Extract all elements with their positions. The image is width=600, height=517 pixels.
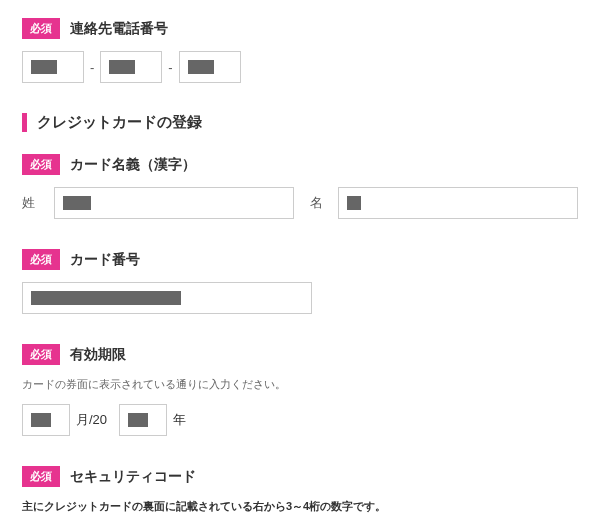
security-helper: 主にクレジットカードの裏面に記載されている右から3～4桁の数字です。	[22, 499, 578, 514]
expiry-year-mask	[128, 413, 148, 427]
security-header: 必須 セキュリティコード	[22, 466, 578, 487]
phone-dash-1: -	[90, 60, 94, 75]
expiry-year-wrap[interactable]	[119, 404, 167, 436]
sei-mask	[63, 196, 91, 210]
phone-input-3-wrap[interactable]	[179, 51, 241, 83]
phone-input-1-wrap[interactable]	[22, 51, 84, 83]
sei-label: 姓	[22, 194, 42, 212]
mei-mask	[347, 196, 361, 210]
phone-input-2-wrap[interactable]	[100, 51, 162, 83]
phone-input-row: - -	[22, 51, 578, 83]
security-label: セキュリティコード	[70, 468, 196, 486]
phone-mask-3	[188, 60, 214, 74]
expiry-label: 有効期限	[70, 346, 126, 364]
sei-input-wrap[interactable]	[54, 187, 294, 219]
card-name-header: 必須 カード名義（漢字）	[22, 154, 578, 175]
expiry-month-mask	[31, 413, 51, 427]
mei-label: 名	[306, 194, 326, 212]
expiry-month-wrap[interactable]	[22, 404, 70, 436]
expiry-input-row: 月/20 年	[22, 404, 578, 436]
card-number-header: 必須 カード番号	[22, 249, 578, 270]
expiry-header: 必須 有効期限	[22, 344, 578, 365]
card-number-label: カード番号	[70, 251, 140, 269]
required-badge: 必須	[22, 154, 60, 175]
phone-label: 連絡先電話番号	[70, 20, 168, 38]
expiry-year-unit: 年	[173, 411, 186, 429]
required-badge: 必須	[22, 466, 60, 487]
phone-mask-2	[109, 60, 135, 74]
expiry-helper: カードの券面に表示されている通りに入力ください。	[22, 377, 578, 392]
required-badge: 必須	[22, 18, 60, 39]
phone-dash-2: -	[168, 60, 172, 75]
card-name-input-row: 姓 名	[22, 187, 578, 219]
expiry-month-unit: 月/20	[76, 411, 107, 429]
section-title: クレジットカードの登録	[37, 113, 202, 130]
phone-mask-1	[31, 60, 57, 74]
required-badge: 必須	[22, 249, 60, 270]
mei-input-wrap[interactable]	[338, 187, 578, 219]
phone-header: 必須 連絡先電話番号	[22, 18, 578, 39]
expiry-field: 必須 有効期限 カードの券面に表示されている通りに入力ください。 月/20 年	[22, 344, 578, 436]
card-number-mask	[31, 291, 181, 305]
phone-field: 必須 連絡先電話番号 - -	[22, 18, 578, 83]
section-header: クレジットカードの登録	[22, 113, 578, 132]
card-number-input-row	[22, 282, 578, 314]
required-badge: 必須	[22, 344, 60, 365]
card-number-field: 必須 カード番号	[22, 249, 578, 314]
security-field: 必須 セキュリティコード 主にクレジットカードの裏面に記載されている右から3～4…	[22, 466, 578, 517]
card-name-field: 必須 カード名義（漢字） 姓 名	[22, 154, 578, 219]
card-number-input-wrap[interactable]	[22, 282, 312, 314]
card-name-label: カード名義（漢字）	[70, 156, 196, 174]
